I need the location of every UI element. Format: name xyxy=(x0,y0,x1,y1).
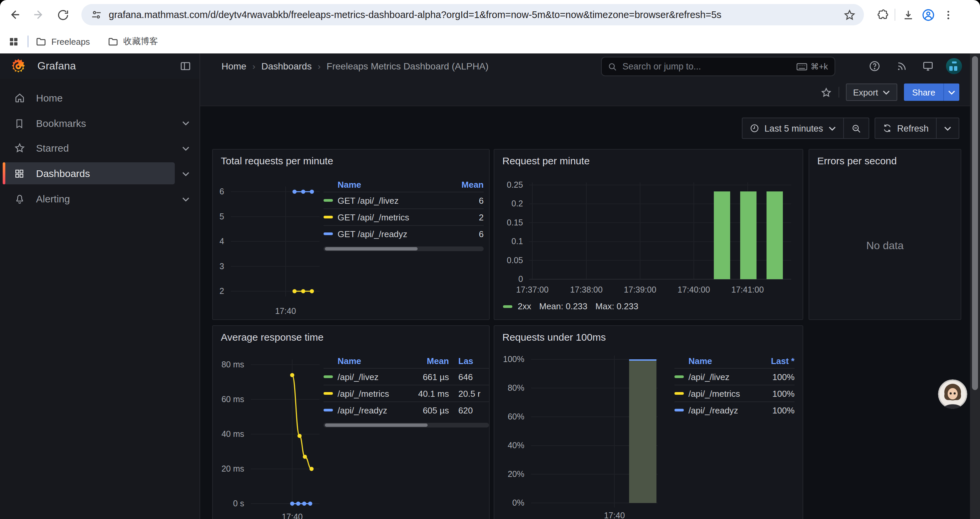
series-mean: Mean: 0.233 xyxy=(539,301,587,311)
svg-text:17:39:00: 17:39:00 xyxy=(624,285,656,294)
panel-request-per-minute[interactable]: Request per minute 0.250.20.150.10.05017… xyxy=(494,149,803,320)
series-name: GET /api/_/livez xyxy=(337,195,399,205)
panel-legend[interactable]: 2xx Mean: 0.233 Max: 0.233 xyxy=(503,301,638,311)
series-mean: 605 µs xyxy=(412,405,449,415)
svg-text:0.25: 0.25 xyxy=(507,180,523,189)
series-name: /api/_/readyz xyxy=(689,405,738,415)
bookmark-folder-freeleaps[interactable]: Freeleaps xyxy=(35,36,90,47)
legend-scrollbar[interactable] xyxy=(323,246,484,251)
svg-text:0: 0 xyxy=(519,274,523,284)
chevron-down-icon[interactable] xyxy=(180,143,191,153)
sidebar-item-dashboards[interactable]: Dashboards xyxy=(3,162,175,184)
legend-scrollbar-thumb[interactable] xyxy=(325,423,428,427)
active-accent-bar xyxy=(3,162,5,184)
share-button[interactable]: Share xyxy=(904,83,959,101)
bookmark-star-icon[interactable] xyxy=(843,8,856,21)
back-button[interactable] xyxy=(5,5,24,24)
favorite-star-icon[interactable] xyxy=(820,86,832,98)
series-mean: 40.1 ms xyxy=(412,388,449,398)
profile-icon[interactable] xyxy=(918,5,938,25)
legend-row[interactable]: /api/_/metrics40.1 ms20.5 r xyxy=(323,385,489,401)
page-scrollbar[interactable] xyxy=(970,53,980,519)
legend-row[interactable]: /api/_/livez661 µs646 xyxy=(323,368,489,385)
refresh-interval-dropdown[interactable] xyxy=(937,118,959,138)
series-mean: 2 xyxy=(446,212,484,222)
time-range-group: Last 5 minutes xyxy=(742,118,869,139)
sidebar-item-home[interactable]: Home xyxy=(3,87,175,109)
legend-header-last *[interactable]: Last * xyxy=(757,356,795,366)
zoom-out-button[interactable] xyxy=(843,118,868,138)
svg-text:80%: 80% xyxy=(508,383,524,393)
address-bar[interactable]: grafana.mathmast.com/d/deytv4rwavabkb/fr… xyxy=(81,4,864,26)
sidebar-toggle-icon[interactable] xyxy=(180,60,191,72)
legend-row[interactable]: GET /api/_/readyz6 xyxy=(323,225,484,242)
chevron-down-icon[interactable] xyxy=(180,194,191,204)
downloads-icon[interactable] xyxy=(898,5,918,25)
chevron-down-icon[interactable] xyxy=(180,118,191,128)
series-last: 100% xyxy=(757,372,795,382)
svg-text:0.2: 0.2 xyxy=(511,199,523,208)
sidebar-item-starred[interactable]: Starred xyxy=(3,137,175,159)
legend-header-las[interactable]: Las xyxy=(458,356,489,366)
home-icon xyxy=(13,92,25,104)
legend-scrollbar[interactable] xyxy=(323,423,489,428)
assistant-avatar-button[interactable] xyxy=(938,379,967,409)
sidebar-item-alerting[interactable]: Alerting xyxy=(3,188,175,210)
bell-icon xyxy=(13,193,25,205)
legend-header-mean[interactable]: Mean xyxy=(412,356,449,366)
keyboard-icon xyxy=(797,62,807,70)
time-controls: Last 5 minutes Refresh xyxy=(742,118,959,137)
series-color-pill xyxy=(503,305,512,308)
scrollbar-thumb[interactable] xyxy=(972,56,978,390)
legend-header: NameLast * xyxy=(675,354,795,368)
bookmark-folder-blogs[interactable]: 收藏博客 xyxy=(107,35,158,48)
legend-row[interactable]: /api/_/readyz100% xyxy=(675,401,795,418)
help-icon[interactable] xyxy=(866,57,883,75)
grafana-logo[interactable] xyxy=(10,58,27,75)
share-dropdown-button[interactable] xyxy=(943,83,959,101)
monitor-icon[interactable] xyxy=(919,57,937,75)
series-last: 100% xyxy=(757,405,795,415)
panel-average-response-time[interactable]: Average response time 80 ms60 ms40 ms20 … xyxy=(212,325,490,519)
panel-requests-under-100ms[interactable]: Requests under 100ms 100%80%60%40%20%0%1… xyxy=(494,325,803,519)
user-avatar[interactable] xyxy=(946,58,962,74)
legend-row[interactable]: GET /api/_/metrics2 xyxy=(323,208,484,225)
legend-row[interactable]: /api/_/metrics100% xyxy=(675,385,795,401)
bookmarks-separator xyxy=(27,35,29,48)
screen: grafana.mathmast.com/d/deytv4rwavabkb/fr… xyxy=(0,0,980,519)
time-range-picker[interactable]: Last 5 minutes xyxy=(743,118,843,138)
legend-row[interactable]: /api/_/livez100% xyxy=(675,368,795,385)
svg-text:20%: 20% xyxy=(508,469,524,479)
url-text[interactable]: grafana.mathmast.com/d/deytv4rwavabkb/fr… xyxy=(109,10,838,20)
sidebar-item-bookmarks[interactable]: Bookmarks xyxy=(3,112,175,134)
breadcrumb-dashboards[interactable]: Dashboards xyxy=(261,61,312,72)
breadcrumb-home[interactable]: Home xyxy=(221,61,247,72)
legend-header-name[interactable]: Name xyxy=(323,356,412,366)
forward-button[interactable] xyxy=(29,5,48,24)
refresh-group: Refresh xyxy=(874,118,959,139)
bookmark-label: Freeleaps xyxy=(51,37,90,46)
site-settings-icon[interactable] xyxy=(91,9,102,21)
chevron-down-icon[interactable] xyxy=(180,168,191,179)
news-rss-icon[interactable] xyxy=(892,57,910,75)
chevron-down-icon xyxy=(883,90,890,94)
panel-errors-per-second[interactable]: Errors per second No data xyxy=(808,149,961,320)
panel-total-requests-per-minute[interactable]: Total requests per minute 6543217:40 Nam… xyxy=(212,149,490,320)
search-shortcut: ⌘+k xyxy=(797,61,828,72)
refresh-button[interactable]: Refresh xyxy=(875,118,936,138)
svg-text:20 ms: 20 ms xyxy=(221,464,244,473)
apps-grid-icon[interactable] xyxy=(8,36,19,47)
browser-menu-icon[interactable] xyxy=(938,5,958,25)
series-color-pill xyxy=(675,409,684,412)
reload-button[interactable] xyxy=(53,5,72,24)
legend-row[interactable]: /api/_/readyz605 µs620 xyxy=(323,401,489,418)
legend-header-name[interactable]: Name xyxy=(323,180,446,190)
series-mean: 6 xyxy=(446,229,484,239)
legend-header-mean[interactable]: Mean xyxy=(446,180,484,190)
export-button[interactable]: Export xyxy=(846,83,897,101)
legend-row[interactable]: GET /api/_/livez6 xyxy=(323,192,484,208)
legend-scrollbar-thumb[interactable] xyxy=(325,247,418,251)
legend-header-name[interactable]: Name xyxy=(675,356,757,366)
extensions-icon[interactable] xyxy=(872,5,892,25)
search-input[interactable]: Search or jump to... ⌘+k xyxy=(601,57,835,76)
